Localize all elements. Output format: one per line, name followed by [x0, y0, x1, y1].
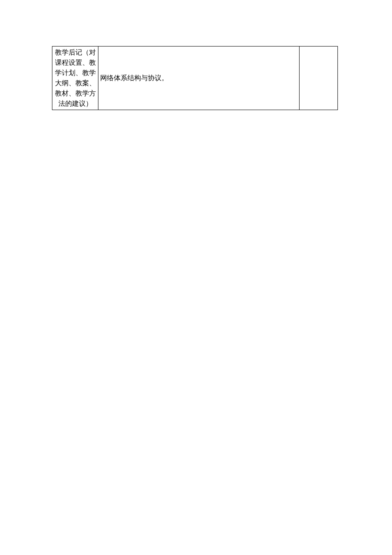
table-row: 教学后记（对课程设置、教学计划、教学大纲、教案、教材、教学方法的建议） 网络体系…	[52, 46, 338, 110]
row-content: 网络体系结构与协议。	[100, 74, 168, 81]
document-table: 教学后记（对课程设置、教学计划、教学大纲、教案、教材、教学方法的建议） 网络体系…	[52, 46, 338, 110]
row-label: 教学后记（对课程设置、教学计划、教学大纲、教案、教材、教学方法的建议）	[55, 49, 96, 107]
row-label-cell: 教学后记（对课程设置、教学计划、教学大纲、教案、教材、教学方法的建议）	[52, 46, 98, 110]
row-content-cell: 网络体系结构与协议。	[98, 46, 300, 110]
row-empty-cell	[300, 46, 338, 110]
